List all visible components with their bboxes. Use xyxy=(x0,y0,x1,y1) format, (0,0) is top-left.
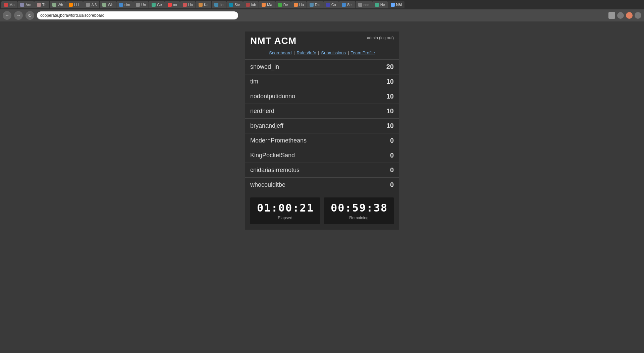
submissions-link[interactable]: Submissions xyxy=(321,50,346,55)
tab-bar: Ma Arc Th Wh LLL A 3 Wh sim xyxy=(0,0,644,9)
tab-co[interactable]: Co xyxy=(323,1,339,8)
admin-suffix: ) xyxy=(392,36,394,40)
back-button[interactable]: ← xyxy=(3,11,11,20)
team-score: 10 xyxy=(386,93,394,100)
nav-links: Scoreboard | Rules/Info | Submissions | … xyxy=(245,49,399,59)
profile-icon[interactable] xyxy=(626,12,633,19)
team-score: 0 xyxy=(390,137,394,144)
tab-sim[interactable]: sim xyxy=(116,1,133,8)
url-text: cooperate.jbcrawford.us/scoreboard xyxy=(40,13,104,18)
team-name: cnidariasirremotus xyxy=(250,167,300,174)
tab-wh[interactable]: Wh xyxy=(50,1,66,8)
table-row[interactable]: cnidariasirremotus0 xyxy=(245,163,399,177)
table-row[interactable]: nerdherd10 xyxy=(245,104,399,118)
team-score: 10 xyxy=(386,107,394,115)
tab-ilo[interactable]: Ilo xyxy=(212,1,226,8)
team-score: 20 xyxy=(386,63,394,71)
tab-a3[interactable]: A 3 xyxy=(83,1,99,8)
table-row[interactable]: whocoulditbe0 xyxy=(245,177,399,192)
settings-icon[interactable] xyxy=(635,12,641,19)
tab-ho[interactable]: Ho xyxy=(180,1,196,8)
sep3: | xyxy=(348,50,349,55)
tab-th[interactable]: Th xyxy=(34,1,49,8)
tab-ka[interactable]: Ka xyxy=(196,1,211,8)
tab-lll[interactable]: LLL xyxy=(66,1,83,8)
remaining-label: Remaining xyxy=(331,216,387,220)
tab-sel[interactable]: Sel xyxy=(339,1,355,8)
nav-bar: ← → ↻ cooperate.jbcrawford.us/scoreboard xyxy=(0,9,644,21)
tab-arc[interactable]: Arc xyxy=(17,1,34,8)
tab-mail[interactable]: Ma xyxy=(1,1,17,8)
scoreboard-header: NMT ACM admin (log out) xyxy=(245,32,399,49)
team-name: KingPocketSand xyxy=(250,152,295,159)
tab-lub[interactable]: lub xyxy=(243,1,259,8)
sep1: | xyxy=(293,50,294,55)
page-title: NMT ACM xyxy=(250,36,297,46)
table-row[interactable]: KingPocketSand0 xyxy=(245,148,399,163)
bookmark-icon[interactable] xyxy=(608,12,615,19)
browser-chrome: Ma Arc Th Wh LLL A 3 Wh sim xyxy=(0,0,644,21)
forward-button[interactable]: → xyxy=(14,11,23,20)
tab-ste[interactable]: Ste xyxy=(226,1,243,8)
elapsed-value: 01:00:21 xyxy=(257,201,313,214)
admin-label: admin ( xyxy=(367,36,380,40)
url-bar[interactable]: cooperate.jbcrawford.us/scoreboard xyxy=(37,11,238,19)
team-name: bryanandjeff xyxy=(250,122,283,129)
tab-ma2[interactable]: Ma xyxy=(259,1,275,8)
admin-info: admin (log out) xyxy=(367,36,394,40)
scoreboard-container: NMT ACM admin (log out) Scoreboard | Rul… xyxy=(245,32,399,230)
rules-info-link[interactable]: Rules/Info xyxy=(297,50,316,55)
team-name: whocoulditbe xyxy=(250,181,285,188)
tab-ne[interactable]: Ne xyxy=(372,1,388,8)
team-score: 10 xyxy=(386,78,394,85)
team-name: nerdherd xyxy=(250,108,274,115)
extension-icon[interactable] xyxy=(617,12,624,19)
table-row[interactable]: nodontputidunno10 xyxy=(245,89,399,104)
team-name: ModernPrometheans xyxy=(250,137,307,144)
team-score: 10 xyxy=(386,122,394,130)
team-name: tim xyxy=(250,78,258,85)
table-row[interactable]: ModernPrometheans0 xyxy=(245,133,399,148)
team-score: 0 xyxy=(390,152,394,159)
team-name: snowed_in xyxy=(250,63,279,70)
remaining-value: 00:59:38 xyxy=(331,201,387,214)
scores-list: snowed_in20tim10nodontputidunno10nerdher… xyxy=(245,59,399,192)
table-row[interactable]: tim10 xyxy=(245,74,399,89)
tab-nm-active[interactable]: NM xyxy=(388,1,405,8)
tab-de[interactable]: De xyxy=(275,1,291,8)
refresh-button[interactable]: ↻ xyxy=(25,11,34,20)
elapsed-label: Elapsed xyxy=(257,216,313,220)
table-row[interactable]: bryanandjeff10 xyxy=(245,118,399,133)
elapsed-timer: 01:00:21 Elapsed xyxy=(250,197,320,224)
remaining-timer: 00:59:38 Remaining xyxy=(324,197,394,224)
team-name: nodontputidunno xyxy=(250,93,295,100)
tab-hu[interactable]: Hu xyxy=(291,1,307,8)
page-content: NMT ACM admin (log out) Scoreboard | Rul… xyxy=(0,21,644,240)
tab-oo[interactable]: oo xyxy=(165,1,180,8)
scoreboard-link[interactable]: Scoreboard xyxy=(269,50,291,55)
tab-dis[interactable]: Dis xyxy=(307,1,323,8)
tab-un[interactable]: Un xyxy=(133,1,149,8)
timers-section: 01:00:21 Elapsed 00:59:38 Remaining xyxy=(245,192,399,230)
tab-ge[interactable]: Ge xyxy=(149,1,165,8)
team-score: 0 xyxy=(390,166,394,174)
table-row[interactable]: snowed_in20 xyxy=(245,59,399,74)
tab-wh2[interactable]: Wh xyxy=(100,1,116,8)
sep2: | xyxy=(318,50,319,55)
team-score: 0 xyxy=(390,181,394,189)
tab-coc[interactable]: coc xyxy=(356,1,372,8)
team-profile-link[interactable]: Team Profile xyxy=(351,50,375,55)
logout-link[interactable]: log out xyxy=(380,36,392,40)
